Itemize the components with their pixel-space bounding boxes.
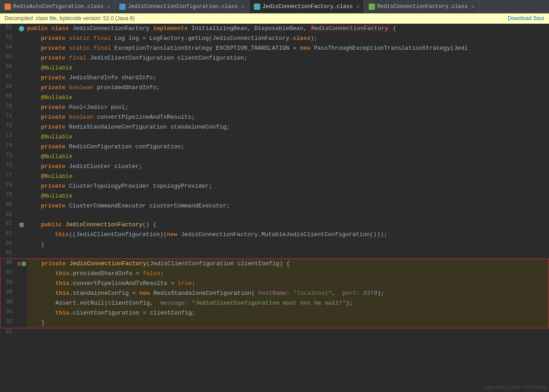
tab-icon-orange bbox=[4, 4, 11, 10]
code-content bbox=[27, 211, 549, 220]
code-content: private RedisConfiguration configuration… bbox=[27, 142, 549, 152]
tab-close-1[interactable]: ✕ bbox=[107, 4, 110, 9]
line-number: 91 bbox=[0, 308, 16, 318]
line-number: 92 bbox=[0, 318, 16, 328]
line-number: 80 bbox=[0, 201, 16, 211]
line-gutter bbox=[16, 132, 27, 142]
tab-redis-connection-factory[interactable]: RedisConnectionFactory.class ✕ bbox=[364, 0, 479, 13]
code-line-75: 75 @Nullable bbox=[0, 152, 549, 162]
code-content: this.convertPipelineAndTxResults = true; bbox=[27, 279, 549, 289]
line-gutter bbox=[16, 34, 27, 43]
tab-label-2: JedisConnectionConfiguration.class bbox=[128, 4, 238, 10]
code-content: public class JedisConnectionFactory impl… bbox=[27, 24, 549, 34]
at-icon: @ bbox=[17, 261, 21, 267]
code-line-64: 64 private static final ExceptionTransla… bbox=[0, 43, 549, 53]
code-content: private Pool<Jedis> pool; bbox=[27, 103, 549, 112]
line-number: 78 bbox=[0, 181, 16, 191]
code-content: private JedisCluster cluster; bbox=[27, 162, 549, 172]
code-line-88: 88 this.convertPipelineAndTxResults = tr… bbox=[0, 279, 549, 289]
line-gutter bbox=[16, 172, 27, 181]
line-number: 71 bbox=[0, 112, 16, 122]
code-content: } bbox=[27, 240, 549, 250]
code-content: this((JedisClientConfiguration)(new Jedi… bbox=[27, 230, 549, 240]
line-number: 68 bbox=[0, 83, 16, 93]
code-content: this.clientConfiguration = clientConfig; bbox=[27, 308, 549, 318]
line-number: 82 bbox=[0, 220, 16, 230]
line-gutter bbox=[16, 53, 27, 63]
line-gutter bbox=[16, 63, 27, 73]
code-line-63: 63 private static final Log log = LogFac… bbox=[0, 34, 549, 43]
tab-close-2[interactable]: ✕ bbox=[241, 4, 244, 9]
line-number: 63 bbox=[0, 34, 16, 43]
code-line-74: 74 private RedisConfiguration configurat… bbox=[0, 142, 549, 152]
line-gutter bbox=[16, 43, 27, 53]
line-number: 64 bbox=[0, 43, 16, 53]
tab-close-4[interactable]: ✕ bbox=[471, 4, 475, 9]
line-gutter bbox=[16, 298, 27, 308]
line-number: 88 bbox=[0, 279, 16, 289]
code-line-91: 91 this.clientConfiguration = clientConf… bbox=[0, 308, 549, 318]
code-content: private ClusterCommandExecutor clusterCo… bbox=[27, 201, 549, 211]
code-line-78: 78 private ClusterTopologyProvider topol… bbox=[0, 181, 549, 191]
code-area[interactable]: 62public class JedisConnectionFactory im… bbox=[0, 24, 549, 390]
line-number: 65 bbox=[0, 53, 16, 63]
tab-close-3[interactable]: ✕ bbox=[356, 4, 359, 9]
line-number: 73 bbox=[0, 132, 16, 142]
tab-jedis-connection-factory[interactable]: JedisConnectionFactory.class ✕ bbox=[249, 0, 364, 13]
code-content: @Nullable bbox=[27, 132, 549, 142]
tab-redis-auto[interactable]: RedisAutoConfiguration.class ✕ bbox=[0, 0, 115, 13]
line-gutter bbox=[16, 289, 27, 298]
code-content: private JedisShardInfo shardInfo; bbox=[27, 73, 549, 83]
tab-icon-blue bbox=[119, 4, 126, 10]
code-content: Assert.notNull(clientConfig, message: "J… bbox=[27, 298, 549, 308]
line-gutter bbox=[16, 142, 27, 152]
line-gutter bbox=[16, 73, 27, 83]
tab-jedis-connection-config[interactable]: JedisConnectionConfiguration.class ✕ bbox=[115, 0, 249, 13]
code-content bbox=[27, 328, 549, 337]
code-line-66: 66 @Nullable bbox=[0, 63, 549, 73]
line-number: 90 bbox=[0, 298, 16, 308]
code-content: this.providedShardInfo = false; bbox=[27, 269, 549, 279]
line-gutter bbox=[16, 240, 27, 250]
line-number: 93 bbox=[0, 328, 16, 337]
code-line-62: 62public class JedisConnectionFactory im… bbox=[0, 24, 549, 34]
code-line-81: 81 bbox=[0, 211, 549, 220]
line-number: 75 bbox=[0, 152, 16, 162]
code-content: private static final Log log = LogFactor… bbox=[27, 34, 549, 43]
code-line-69: 69 @Nullable bbox=[0, 93, 549, 103]
tab-label-3: JedisConnectionFactory.class bbox=[262, 4, 353, 10]
line-gutter bbox=[16, 93, 27, 103]
code-content: } bbox=[27, 318, 549, 328]
code-content: private static final ExceptionTranslatio… bbox=[27, 43, 549, 53]
line-gutter bbox=[16, 103, 27, 112]
code-content: @Nullable bbox=[27, 172, 549, 181]
line-number: 76 bbox=[0, 162, 16, 172]
code-line-65: 65 private final JedisClientConfiguratio… bbox=[0, 53, 549, 63]
code-line-68: 68 private boolean providedShardInfo; bbox=[0, 83, 549, 93]
line-number: 66 bbox=[0, 63, 16, 73]
info-bar-text: Decompiled .class file, bytecode version… bbox=[4, 15, 135, 22]
code-line-80: 80 private ClusterCommandExecutor cluste… bbox=[0, 201, 549, 211]
code-content: private RedisStandaloneConfiguration sta… bbox=[27, 122, 549, 132]
line-gutter bbox=[16, 269, 27, 279]
code-line-73: 73 @Nullable bbox=[0, 132, 549, 142]
bean-icon bbox=[19, 26, 24, 31]
tab-label-1: RedisAutoConfiguration.class bbox=[13, 4, 104, 10]
line-gutter bbox=[16, 250, 27, 258]
code-content: private boolean providedShardInfo; bbox=[27, 83, 549, 93]
line-gutter bbox=[16, 318, 27, 328]
download-source-link[interactable]: Download Sour bbox=[508, 15, 545, 22]
line-number: 70 bbox=[0, 103, 16, 112]
code-line-87: 87 this.providedShardInfo = false; bbox=[0, 269, 549, 279]
code-line-77: 77 @Nullable bbox=[0, 172, 549, 181]
code-content: private ClusterTopologyProvider topology… bbox=[27, 181, 549, 191]
line-number: 84 bbox=[0, 240, 16, 250]
line-number: 86 bbox=[0, 259, 16, 269]
line-gutter bbox=[16, 162, 27, 172]
code-content: public JedisConnectionFactory() { bbox=[27, 220, 549, 230]
line-number: 83 bbox=[0, 230, 16, 240]
code-line-67: 67 private JedisShardInfo shardInfo; bbox=[0, 73, 549, 83]
line-gutter bbox=[16, 230, 27, 240]
code-line-76: 76 private JedisCluster cluster; bbox=[0, 162, 549, 172]
code-content: @Nullable bbox=[27, 93, 549, 103]
